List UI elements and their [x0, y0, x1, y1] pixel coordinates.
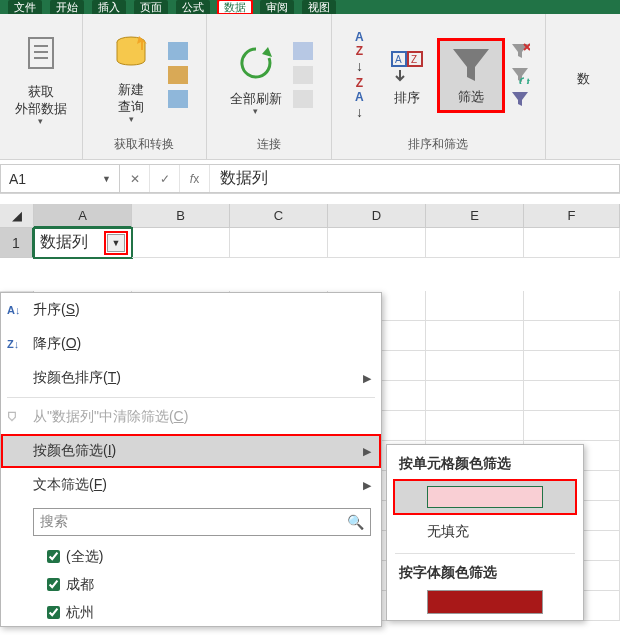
col-header-C[interactable]: C [230, 204, 328, 228]
filter-search-input[interactable]: 搜索 🔍 [33, 508, 371, 536]
database-icon [109, 32, 153, 76]
svg-text:Z: Z [411, 54, 417, 65]
col-header-B[interactable]: B [132, 204, 230, 228]
name-box[interactable]: A1▼ [0, 164, 120, 193]
refresh-all-button[interactable]: 全部刷新▾ [225, 35, 287, 116]
chevron-down-icon: ▾ [100, 114, 162, 124]
formula-bar: A1▼ ✕ ✓ fx 数据列 [0, 164, 620, 194]
funnel-icon [449, 45, 493, 85]
sort-dialog-icon: AZ [390, 50, 424, 84]
menu-filter-by-color[interactable]: 按颜色筛选(I) ▶ [1, 434, 381, 468]
cell-C1[interactable] [230, 228, 328, 258]
tab-formula[interactable]: 公式 [176, 0, 210, 14]
clear-filter-icon[interactable] [510, 42, 530, 60]
show-queries-icon[interactable] [168, 42, 188, 60]
ribbon-more: 数 [552, 65, 614, 88]
submenu-arrow-icon: ▶ [363, 372, 371, 385]
connections-icon[interactable] [293, 42, 313, 60]
filter-color-option[interactable] [393, 479, 577, 515]
formula-input[interactable]: 数据列 [210, 168, 278, 189]
from-table-icon[interactable] [168, 66, 188, 84]
tab-home[interactable]: 开始 [50, 0, 84, 14]
tab-data[interactable]: 数据 [218, 0, 252, 14]
filter-context-menu: A↓ 升序(S) Z↓ 降序(O) 按颜色排序(T) ▶ ⛉ 从"数据列"中清除… [0, 292, 382, 627]
font-color-swatch[interactable] [427, 590, 543, 614]
col-header-E[interactable]: E [426, 204, 524, 228]
tab-view[interactable]: 视图 [302, 0, 336, 14]
submenu-heading-font-color: 按字体颜色筛选 [387, 560, 583, 586]
sort-asc-icon[interactable]: AZ↓ [346, 34, 372, 70]
submenu-arrow-icon: ▶ [363, 479, 371, 492]
search-icon: 🔍 [347, 514, 364, 530]
cell-F1[interactable] [524, 228, 620, 258]
advanced-filter-icon[interactable] [510, 90, 530, 108]
properties-icon[interactable] [293, 66, 313, 84]
enter-icon[interactable]: ✓ [150, 165, 180, 192]
col-header-D[interactable]: D [328, 204, 426, 228]
sort-asc-icon: A↓ [7, 301, 25, 319]
filter-check-all[interactable]: (全选) [47, 542, 371, 570]
cell-D1[interactable] [328, 228, 426, 258]
chevron-down-icon: ▼ [102, 174, 111, 184]
filter-button[interactable]: 筛选 [438, 39, 504, 112]
sort-desc-icon[interactable]: ZA↓ [346, 80, 372, 116]
tab-file[interactable]: 文件 [8, 0, 42, 14]
filter-dropdown-button[interactable]: ▼ [107, 234, 125, 252]
filter-value-list: (全选) 成都 杭州 [47, 542, 371, 626]
menu-sort-desc[interactable]: Z↓ 降序(O) [1, 327, 381, 361]
refresh-icon [234, 41, 278, 85]
sort-button[interactable]: AZ 排序 [382, 44, 432, 107]
menu-sort-by-color[interactable]: 按颜色排序(T) ▶ [1, 361, 381, 395]
filter-check-item[interactable]: 杭州 [47, 598, 371, 626]
chevron-down-icon: ▾ [10, 116, 72, 126]
edit-links-icon[interactable] [293, 90, 313, 108]
group-label-transform: 获取和转换 [114, 132, 174, 159]
col-header-F[interactable]: F [524, 204, 620, 228]
sort-desc-icon: Z↓ [7, 335, 25, 353]
recent-sources-icon[interactable] [168, 90, 188, 108]
submenu-arrow-icon: ▶ [363, 445, 371, 458]
tab-review[interactable]: 审阅 [260, 0, 294, 14]
filter-no-fill-option[interactable]: 无填充 [387, 517, 583, 547]
svg-text:A: A [395, 54, 402, 65]
filter-check-item[interactable]: 成都 [47, 570, 371, 598]
tab-insert[interactable]: 插入 [92, 0, 126, 14]
menu-sort-asc[interactable]: A↓ 升序(S) [1, 293, 381, 327]
cell-A1[interactable]: 数据列 ▼ [34, 228, 132, 258]
clear-filter-icon: ⛉ [7, 408, 25, 426]
worksheet-grid: ◢ A B C D E F 1 数据列 ▼ [0, 204, 620, 258]
color-swatch [427, 486, 543, 508]
cell-B1[interactable] [132, 228, 230, 258]
cell-E1[interactable] [426, 228, 524, 258]
filter-by-color-submenu: 按单元格颜色筛选 无填充 按字体颜色筛选 [386, 444, 584, 621]
fx-icon[interactable]: fx [180, 165, 210, 192]
get-external-data-button[interactable]: 获取 外部数据▾ [10, 28, 72, 126]
tab-layout[interactable]: 页面 [134, 0, 168, 14]
group-label-sort-filter: 排序和筛选 [408, 132, 468, 159]
cancel-icon[interactable]: ✕ [120, 165, 150, 192]
chevron-down-icon: ▾ [225, 106, 287, 116]
menu-clear-filter: ⛉ 从"数据列"中清除筛选(C) [1, 400, 381, 434]
reapply-icon[interactable] [510, 66, 530, 84]
row-header-1[interactable]: 1 [0, 228, 34, 258]
col-header-A[interactable]: A [34, 204, 132, 228]
submenu-heading-cell-color: 按单元格颜色筛选 [387, 451, 583, 477]
new-query-button[interactable]: 新建 查询▾ [100, 26, 162, 124]
document-icon [19, 34, 63, 78]
ribbon-tabs: 文件 开始 插入 页面 公式 数据 审阅 视图 [0, 0, 620, 14]
select-all-corner[interactable]: ◢ [0, 204, 34, 228]
menu-text-filter[interactable]: 文本筛选(F) ▶ [1, 468, 381, 502]
ribbon: 获取 外部数据▾ 新建 查询▾ 获取和转换 [0, 14, 620, 160]
group-label-connections: 连接 [257, 132, 281, 159]
